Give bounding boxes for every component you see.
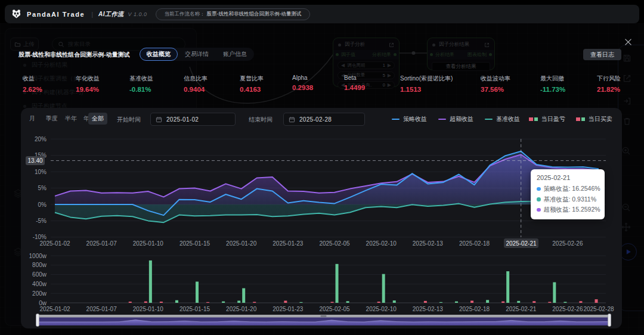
- top-navbar: PandaAI Trade | AI工作流 V 1.0.0 当前工作流名称： 股…: [5, 5, 639, 23]
- stat-label: 收益: [23, 75, 42, 83]
- daily-pnl-bar: [160, 302, 163, 303]
- daily-trade-bar: [336, 264, 339, 303]
- app-root: PandaAI Trade | AI工作流 V 1.0.0 当前工作流名称： 股…: [0, 0, 644, 335]
- daily-pnl-bar: [206, 302, 209, 303]
- stat-value: 1.4499: [344, 84, 365, 91]
- stat-item: Beta1.4499: [344, 75, 365, 91]
- x-axis-label: 2025-01-07: [86, 240, 117, 247]
- bar-x-axis-label: 2025-02-26: [552, 306, 583, 312]
- result-tab-group: 收益概览交易详情账户信息: [140, 48, 254, 61]
- daily-pnl-bar: [564, 302, 566, 303]
- x-axis-label: 2025-01-02: [39, 240, 70, 247]
- tooltip-series-value: 策略收益: 16.2546%: [544, 185, 600, 193]
- workflow-name-pill: 当前工作流名称： 股票-线性和非线性组合回测示例-动量测试: [156, 8, 311, 20]
- chart-tooltip: 2025-02-21 策略收益: 16.2546%基准收益: 0.9311%超额…: [531, 169, 605, 219]
- stat-value: 0.9404: [184, 86, 208, 93]
- daily-pnl-bar: [455, 302, 458, 303]
- bar-x-axis-label: 2025-01-02: [39, 306, 70, 312]
- daily-pnl-bar: [548, 302, 551, 303]
- daily-pnl-bar: [517, 301, 520, 303]
- daily-pnl-bar: [393, 300, 396, 303]
- daily-trade-bar: [242, 289, 245, 303]
- daily-trade-bar: [506, 271, 509, 303]
- daily-pnl-bar: [222, 302, 225, 303]
- stat-item: Alpha0.2938: [292, 75, 313, 91]
- bar-x-axis-label: 2025-02-13: [413, 306, 444, 312]
- bar-x-axis-label: 2025-01-20: [226, 306, 257, 312]
- daily-pnl-bar: [237, 300, 240, 303]
- y-axis-label: -10%: [33, 234, 47, 240]
- stat-item: 最大回撤-11.73%: [540, 75, 565, 93]
- x-axis-label: 2025-02-10: [366, 240, 397, 247]
- y-axis-label: -5%: [36, 218, 47, 224]
- x-axis-label: 2025-01-15: [179, 240, 210, 247]
- stat-label: 年化收益: [76, 75, 100, 83]
- daily-pnl-bar: [532, 301, 535, 303]
- bar-x-axis-label: 2025-01-15: [179, 306, 210, 312]
- tab-account-info[interactable]: 账户信息: [216, 48, 254, 61]
- stat-item: 夏普比率0.4163: [240, 75, 264, 93]
- bar-x-axis-label: 2025-02-28: [583, 306, 614, 312]
- daily-pnl-bar: [595, 299, 597, 303]
- stat-label: 信息比率: [184, 75, 208, 83]
- bar-x-axis-label: 2025-01-23: [273, 306, 304, 312]
- daily-pnl-bar: [439, 302, 442, 303]
- stat-label: Sortino(索提诺比率): [400, 75, 453, 83]
- daily-trade-bar: [149, 260, 152, 303]
- stat-value: 21.82%: [597, 86, 621, 93]
- daily-trade-bar: [553, 282, 556, 303]
- daily-pnl-bar: [501, 302, 504, 303]
- bar-y-axis-label: 400w: [32, 281, 47, 287]
- nav-separator: |: [91, 11, 93, 18]
- x-axis-label: 2025-02-13: [413, 240, 444, 247]
- stat-value: 1.1513: [400, 86, 453, 93]
- datazoom-right-handle[interactable]: [608, 314, 611, 327]
- x-axis-label: 2025-01-10: [133, 240, 164, 247]
- bar-y-axis-label: 0w: [39, 300, 47, 306]
- daily-trade-bar: [196, 281, 199, 303]
- view-logs-button[interactable]: 查看日志: [583, 49, 621, 60]
- y-axis-label: 20%: [35, 136, 47, 142]
- stat-value: 19.64%: [76, 86, 100, 93]
- stat-item: Sortino(索提诺比率)1.1513: [400, 75, 453, 93]
- stat-label: 最大回撤: [540, 75, 565, 83]
- nav-module-title: AI工作流: [98, 10, 124, 18]
- bar-y-axis-label: 800w: [32, 262, 47, 268]
- daily-pnl-bar: [253, 302, 256, 303]
- datazoom-left-handle[interactable]: [36, 314, 39, 327]
- tooltip-row: 超额收益: 15.2592%: [537, 206, 599, 214]
- tooltip-row: 基准收益: 0.9311%: [537, 196, 599, 204]
- close-icon[interactable]: [623, 37, 633, 47]
- bar-x-axis-label: 2025-02-21: [506, 306, 537, 312]
- daily-pnl-bar: [346, 301, 349, 303]
- stat-value: 0.4163: [240, 86, 264, 93]
- daily-pnl-bar: [377, 302, 380, 303]
- daily-pnl-bar: [175, 300, 178, 303]
- stat-label: Beta: [344, 75, 365, 81]
- stat-item: 年化收益19.64%: [76, 75, 100, 93]
- bar-y-axis-label: 600w: [32, 271, 47, 278]
- tooltip-series-dot: [537, 187, 541, 191]
- daily-pnl-bar: [579, 301, 582, 303]
- workflow-name-label: 当前工作流名称：: [165, 11, 205, 18]
- tooltip-row: 策略收益: 16.2546%: [537, 185, 599, 193]
- tab-returns-overview[interactable]: 收益概览: [140, 48, 178, 61]
- stat-label: 基准收益: [129, 75, 153, 83]
- stat-value: -0.81%: [129, 86, 153, 93]
- stat-label: 下行风险: [597, 75, 621, 83]
- bar-y-axis-label: 1000w: [29, 253, 47, 259]
- y-axis-label: 0%: [38, 201, 47, 208]
- tab-trade-details[interactable]: 交易详情: [178, 48, 216, 61]
- chart-panel: 开始时间 2025-01-02 结束时间 2025-02-28 月季度半年年全部…: [21, 108, 622, 328]
- brand-name: PandaAI Trade: [27, 11, 85, 18]
- daily-trade-bar: [382, 274, 385, 303]
- bar-x-axis-label: 2025-01-07: [86, 306, 117, 312]
- stat-item: 收益2.62%: [23, 75, 42, 93]
- stat-item: 信息比率0.9404: [184, 75, 208, 93]
- daily-pnl-bar: [284, 300, 287, 303]
- daily-pnl-bar: [144, 302, 147, 303]
- crosshair-y-badge: 13.40: [26, 156, 45, 165]
- bar-x-axis-label: 2025-02-05: [319, 306, 350, 312]
- bar-x-axis-label: 2025-02-10: [366, 306, 397, 312]
- panda-logo-icon: [11, 9, 21, 19]
